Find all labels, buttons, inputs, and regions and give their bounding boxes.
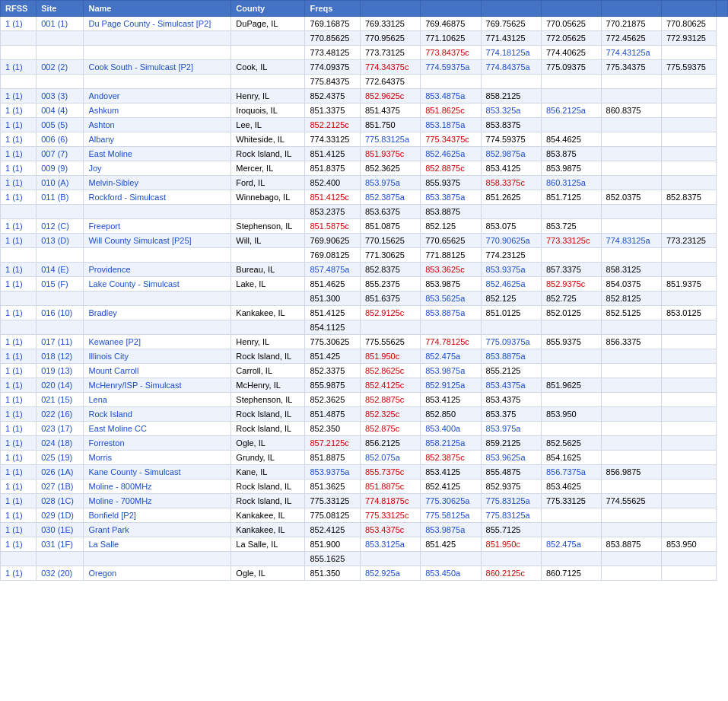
rfss-cell[interactable]: 1 (1) bbox=[1, 118, 37, 132]
freq-cell[interactable]: 852.4375 bbox=[305, 89, 361, 104]
rfss-cell[interactable]: 1 (1) bbox=[1, 364, 37, 378]
freq-cell[interactable]: 853.4125 bbox=[421, 465, 481, 480]
freq-cell[interactable]: 855.9375 bbox=[421, 176, 481, 190]
name-cell[interactable]: Kane County - Simulcast bbox=[84, 465, 231, 480]
freq-cell[interactable]: 851.8625c bbox=[421, 104, 481, 118]
freq-cell[interactable]: 771.43125 bbox=[481, 31, 541, 46]
site-cell[interactable]: 019 (13) bbox=[37, 364, 84, 378]
site-cell[interactable]: 029 (1D) bbox=[37, 508, 84, 523]
freq-cell[interactable]: 773.73125 bbox=[360, 46, 420, 60]
freq-cell[interactable]: 852.0375 bbox=[601, 190, 661, 205]
freq-cell[interactable]: 775.83125a bbox=[481, 494, 541, 508]
freq-cell[interactable]: 856.3375 bbox=[601, 335, 661, 349]
freq-cell[interactable]: 770.95625 bbox=[360, 31, 420, 46]
freq-cell[interactable]: 851.8875c bbox=[360, 480, 420, 494]
freq-cell[interactable]: 854.1625 bbox=[541, 451, 601, 465]
freq-cell[interactable]: 855.4875 bbox=[481, 465, 541, 480]
freq-cell[interactable]: 852.0125 bbox=[541, 306, 601, 320]
freq-cell[interactable]: 772.93125 bbox=[661, 31, 717, 46]
freq-cell[interactable]: 853.450a bbox=[421, 566, 481, 581]
site-cell[interactable]: 009 (9) bbox=[37, 161, 84, 176]
freq-cell[interactable]: 775.34375c bbox=[421, 132, 481, 147]
site-cell[interactable]: 006 (6) bbox=[37, 132, 84, 147]
rfss-cell[interactable]: 1 (1) bbox=[1, 349, 37, 364]
name-cell[interactable]: Rock Island bbox=[84, 407, 231, 422]
freq-cell[interactable]: 853.375 bbox=[481, 407, 541, 422]
freq-cell[interactable]: 853.9375a bbox=[481, 263, 541, 277]
rfss-cell[interactable]: 1 (1) bbox=[1, 132, 37, 147]
freq-cell[interactable]: 853.1875a bbox=[421, 118, 481, 132]
freq-cell[interactable]: 860.7125 bbox=[541, 566, 601, 581]
freq-cell[interactable]: 853.3875a bbox=[421, 190, 481, 205]
name-cell[interactable]: Andover bbox=[84, 89, 231, 104]
rfss-cell[interactable]: 1 (1) bbox=[1, 566, 37, 581]
freq-cell[interactable]: 853.3625c bbox=[421, 263, 481, 277]
site-cell[interactable]: 010 (A) bbox=[37, 176, 84, 190]
freq-cell[interactable]: 851.8875 bbox=[305, 451, 361, 465]
site-cell[interactable]: 016 (10) bbox=[37, 306, 84, 320]
freq-cell[interactable]: 775.33125 bbox=[541, 494, 601, 508]
freq-cell[interactable]: 852.8375 bbox=[360, 263, 420, 277]
rfss-cell[interactable]: 1 (1) bbox=[1, 494, 37, 508]
freq-cell[interactable]: 774.43125a bbox=[601, 46, 661, 60]
freq-cell[interactable]: 775.59375 bbox=[661, 60, 717, 75]
name-cell[interactable]: La Salle bbox=[84, 537, 231, 552]
freq-cell[interactable]: 852.8875c bbox=[360, 393, 420, 407]
rfss-cell[interactable]: 1 (1) bbox=[1, 436, 37, 451]
name-cell[interactable]: Joy bbox=[84, 161, 231, 176]
freq-cell[interactable]: 859.2125 bbox=[481, 436, 541, 451]
freq-cell[interactable]: 775.09375a bbox=[481, 335, 541, 349]
freq-cell[interactable]: 774.40625 bbox=[541, 46, 601, 60]
freq-cell[interactable]: 853.875 bbox=[541, 147, 601, 161]
freq-cell[interactable]: 775.83125a bbox=[481, 508, 541, 523]
rfss-cell[interactable]: 1 (1) bbox=[1, 335, 37, 349]
freq-cell[interactable]: 853.9875 bbox=[541, 161, 601, 176]
freq-cell[interactable]: 852.875c bbox=[360, 422, 420, 436]
freq-cell[interactable]: 853.4625 bbox=[541, 480, 601, 494]
freq-cell[interactable]: 775.34375 bbox=[601, 60, 661, 75]
freq-cell[interactable]: 769.46875 bbox=[421, 17, 481, 31]
freq-cell[interactable]: 852.9625c bbox=[360, 89, 420, 104]
freq-cell[interactable]: 851.750 bbox=[360, 118, 420, 132]
name-cell[interactable]: Freeport bbox=[84, 219, 231, 234]
freq-cell[interactable]: 851.4125 bbox=[305, 306, 361, 320]
freq-cell[interactable]: 852.4125 bbox=[421, 480, 481, 494]
freq-cell[interactable]: 853.725 bbox=[541, 219, 601, 234]
site-cell[interactable]: 027 (1B) bbox=[37, 480, 84, 494]
name-cell[interactable]: Kewanee [P2] bbox=[84, 335, 231, 349]
freq-cell[interactable]: 853.2375 bbox=[305, 205, 361, 219]
name-cell[interactable]: Forreston bbox=[84, 436, 231, 451]
freq-cell[interactable]: 775.33125 bbox=[305, 494, 361, 508]
name-cell[interactable]: Will County Simulcast [P25] bbox=[84, 234, 231, 248]
freq-cell[interactable]: 772.45625 bbox=[601, 31, 661, 46]
freq-cell[interactable]: 770.90625a bbox=[481, 234, 541, 248]
freq-cell[interactable]: 852.5625 bbox=[541, 436, 601, 451]
rfss-cell[interactable]: 1 (1) bbox=[1, 422, 37, 436]
freq-cell[interactable]: 856.2125a bbox=[541, 104, 601, 118]
freq-cell[interactable]: 853.4125 bbox=[481, 161, 541, 176]
freq-cell[interactable]: 852.9875a bbox=[481, 147, 541, 161]
freq-cell[interactable]: 771.88125 bbox=[421, 248, 481, 263]
site-cell[interactable]: 005 (5) bbox=[37, 118, 84, 132]
freq-cell[interactable]: 853.975a bbox=[360, 176, 420, 190]
name-cell[interactable]: Ashton bbox=[84, 118, 231, 132]
freq-cell[interactable]: 852.4125 bbox=[305, 523, 361, 537]
freq-cell[interactable]: 853.8875 bbox=[601, 537, 661, 552]
freq-cell[interactable]: 851.3625 bbox=[305, 480, 361, 494]
freq-cell[interactable]: 855.7125 bbox=[481, 523, 541, 537]
freq-cell[interactable]: 851.0875 bbox=[360, 219, 420, 234]
freq-cell[interactable]: 853.9875a bbox=[421, 523, 481, 537]
freq-cell[interactable]: 852.3625 bbox=[305, 393, 361, 407]
freq-cell[interactable]: 855.2375 bbox=[360, 277, 420, 292]
freq-cell[interactable]: 851.6375 bbox=[360, 292, 420, 306]
freq-cell[interactable]: 775.33125c bbox=[360, 508, 420, 523]
freq-cell[interactable]: 851.4375 bbox=[360, 104, 420, 118]
freq-cell[interactable]: 853.075 bbox=[481, 219, 541, 234]
name-cell[interactable]: McHenry/ISP - Simulcast bbox=[84, 378, 231, 393]
freq-cell[interactable]: 853.9625a bbox=[481, 451, 541, 465]
freq-cell[interactable]: 855.1625 bbox=[305, 552, 361, 566]
freq-cell[interactable]: 851.425 bbox=[421, 537, 481, 552]
site-cell[interactable]: 014 (E) bbox=[37, 263, 84, 277]
freq-cell[interactable]: 857.3375 bbox=[541, 263, 601, 277]
freq-cell[interactable]: 852.725 bbox=[541, 292, 601, 306]
